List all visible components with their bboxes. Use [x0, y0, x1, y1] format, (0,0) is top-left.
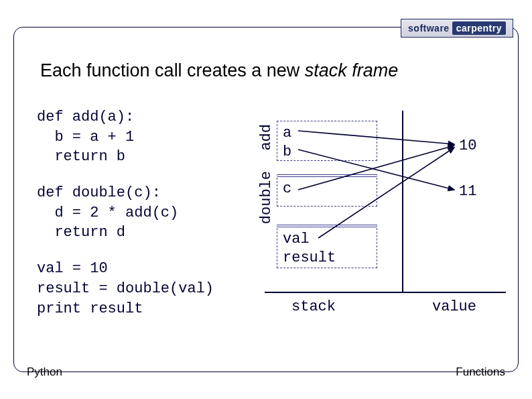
- svg-line-2: [298, 146, 454, 190]
- stack-diagram: add double a b c val result 10 11 stack …: [265, 111, 513, 339]
- title-emphasis: stack frame: [305, 60, 399, 80]
- svg-line-3: [318, 148, 454, 238]
- axis-label-stack: stack: [291, 298, 336, 315]
- title-prefix: Each function call creates a new: [40, 60, 305, 80]
- arrows-svg: [265, 111, 513, 292]
- axis-label-value: value: [432, 298, 476, 315]
- svg-line-0: [298, 131, 454, 144]
- footer-right: Functions: [456, 365, 505, 379]
- logo-word2: carpentry: [452, 21, 506, 35]
- footer-left: Python: [27, 365, 62, 379]
- code-area: def add(a): b = a + 1 return b def doubl…: [37, 107, 265, 335]
- code-block-main: val = 10 result = double(val) print resu…: [37, 259, 265, 319]
- code-block-double: def double(c): d = 2 * add(c) return d: [37, 183, 265, 243]
- logo-word1: software: [408, 23, 450, 34]
- logo-software-carpentry: software carpentry: [401, 19, 513, 38]
- svg-line-1: [298, 150, 454, 190]
- axis-horizontal: [265, 292, 506, 293]
- slide-title: Each function call creates a new stack f…: [40, 60, 492, 81]
- code-block-add: def add(a): b = a + 1 return b: [37, 107, 265, 167]
